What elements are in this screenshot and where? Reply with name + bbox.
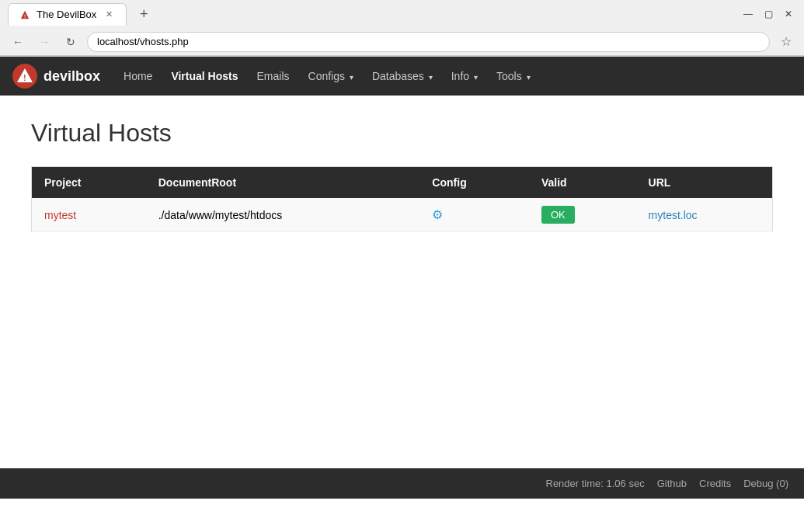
cell-valid: OK xyxy=(529,198,636,232)
col-header-project: Project xyxy=(32,167,146,199)
browser-tab[interactable]: ! The DevilBox ✕ xyxy=(8,3,127,26)
nav-link-tools[interactable]: Tools ▾ xyxy=(489,65,538,87)
back-button[interactable]: ← xyxy=(8,32,28,52)
table-body: mytest ./data/www/mytest/htdocs ⚙ OK myt… xyxy=(32,198,773,232)
nav-link-virtual-hosts[interactable]: Virtual Hosts xyxy=(163,65,245,87)
valid-badge: OK xyxy=(541,206,575,224)
config-gear-icon[interactable]: ⚙ xyxy=(432,208,443,221)
bookmark-button[interactable]: ☆ xyxy=(776,32,796,52)
col-header-valid: Valid xyxy=(529,167,636,199)
table-row: mytest ./data/www/mytest/htdocs ⚙ OK myt… xyxy=(32,198,773,232)
brand-logo-icon: ! xyxy=(12,64,37,89)
svg-text:!: ! xyxy=(23,74,26,82)
url-link[interactable]: mytest.loc xyxy=(649,209,698,221)
nav-item-tools: Tools ▾ xyxy=(489,70,538,82)
cell-project: mytest xyxy=(32,198,146,232)
nav-link-emails[interactable]: Emails xyxy=(249,65,298,87)
col-header-config: Config xyxy=(419,167,529,199)
col-header-documentroot: DocumentRoot xyxy=(146,167,420,199)
vhost-table: Project DocumentRoot Config Valid URL my… xyxy=(31,166,773,232)
databases-dropdown-arrow-icon: ▾ xyxy=(429,73,433,82)
table-header-row: Project DocumentRoot Config Valid URL xyxy=(32,167,773,199)
close-button[interactable]: ✕ xyxy=(781,6,796,22)
nav-item-emails: Emails xyxy=(249,70,298,82)
tools-dropdown-arrow-icon: ▾ xyxy=(527,73,531,82)
address-input[interactable] xyxy=(87,32,770,52)
maximize-button[interactable]: ▢ xyxy=(760,6,776,22)
tab-favicon-icon: ! xyxy=(19,9,30,20)
footer: Render time: 1.06 sec Github Credits Deb… xyxy=(0,468,804,499)
forward-button[interactable]: → xyxy=(34,32,54,52)
col-header-url: URL xyxy=(636,167,773,199)
brand-name: devilbox xyxy=(44,68,100,85)
nav-item-home: Home xyxy=(116,70,160,82)
minimize-button[interactable]: — xyxy=(740,6,756,22)
project-link[interactable]: mytest xyxy=(44,209,76,221)
tab-title: The DevilBox xyxy=(37,9,96,20)
title-bar: ! The DevilBox ✕ + — ▢ ✕ xyxy=(0,0,804,28)
credits-link[interactable]: Credits xyxy=(699,478,731,489)
nav-item-configs: Configs ▾ xyxy=(301,70,361,82)
tab-close-button[interactable]: ✕ xyxy=(103,9,115,21)
configs-dropdown-arrow-icon: ▾ xyxy=(350,73,353,82)
address-bar-row: ← → ↻ ☆ xyxy=(0,28,804,56)
window-controls: — ▢ ✕ xyxy=(740,6,796,22)
cell-config: ⚙ xyxy=(419,198,529,232)
cell-documentroot: ./data/www/mytest/htdocs xyxy=(146,198,420,232)
new-tab-button[interactable]: + xyxy=(133,3,155,25)
navbar-links: Home Virtual Hosts Emails Configs ▾ Data… xyxy=(116,70,538,82)
cell-url: mytest.loc xyxy=(636,198,773,232)
debug-link[interactable]: Debug (0) xyxy=(743,478,788,489)
nav-link-configs[interactable]: Configs ▾ xyxy=(301,65,361,87)
nav-link-info[interactable]: Info ▾ xyxy=(444,65,486,87)
nav-item-info: Info ▾ xyxy=(444,70,486,82)
nav-item-databases: Databases ▾ xyxy=(364,70,440,82)
navbar: ! devilbox Home Virtual Hosts Emails Con… xyxy=(0,57,804,96)
github-link[interactable]: Github xyxy=(657,478,687,489)
page-title: Virtual Hosts xyxy=(31,119,773,148)
brand-link[interactable]: ! devilbox xyxy=(12,64,100,89)
browser-chrome: ! The DevilBox ✕ + — ▢ ✕ ← → ↻ ☆ xyxy=(0,0,804,57)
main-content: Virtual Hosts Project DocumentRoot Confi… xyxy=(0,96,804,468)
svg-text:!: ! xyxy=(24,13,26,19)
nav-link-home[interactable]: Home xyxy=(116,65,160,87)
nav-item-virtual-hosts: Virtual Hosts xyxy=(163,70,245,82)
info-dropdown-arrow-icon: ▾ xyxy=(474,73,478,82)
nav-link-databases[interactable]: Databases ▾ xyxy=(364,65,440,87)
reload-button[interactable]: ↻ xyxy=(61,32,81,52)
render-time: Render time: 1.06 sec xyxy=(546,478,645,489)
table-header: Project DocumentRoot Config Valid URL xyxy=(32,167,773,199)
